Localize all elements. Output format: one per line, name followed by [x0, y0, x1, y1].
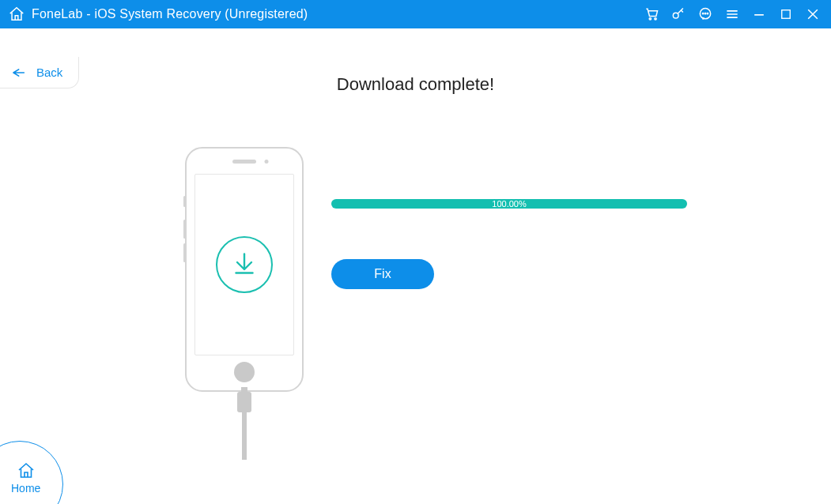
phone-illustration: [185, 147, 304, 439]
svg-point-1: [655, 18, 656, 20]
back-arrow-icon: [9, 66, 25, 79]
fix-button[interactable]: Fix: [331, 259, 434, 289]
progress-bar: 100.00%: [331, 199, 687, 209]
maximize-icon[interactable]: [777, 6, 795, 23]
phone-outline: [185, 147, 304, 392]
back-label: Back: [36, 66, 62, 79]
svg-point-6: [707, 13, 708, 14]
svg-rect-7: [782, 10, 791, 19]
app-title: FoneLab - iOS System Recovery (Unregiste…: [32, 7, 308, 21]
svg-point-0: [649, 18, 651, 20]
download-icon: [216, 236, 273, 293]
svg-point-5: [704, 13, 705, 14]
minimize-icon[interactable]: [750, 6, 768, 23]
main-area: Back Download complete! 100.00% Fix: [0, 28, 831, 504]
titlebar: FoneLab - iOS System Recovery (Unregiste…: [0, 0, 831, 28]
feedback-icon[interactable]: [697, 6, 714, 23]
cable-icon: [237, 392, 251, 439]
home-label: Home: [11, 482, 40, 495]
home-button[interactable]: Home: [0, 441, 63, 504]
svg-point-2: [673, 13, 678, 18]
progress-text: 100.00%: [492, 199, 526, 209]
key-icon[interactable]: [670, 6, 687, 23]
close-icon[interactable]: [804, 6, 822, 23]
menu-icon[interactable]: [723, 6, 741, 23]
page-heading: Download complete!: [0, 74, 831, 95]
home-corner-icon: [17, 461, 36, 480]
back-button[interactable]: Back: [0, 57, 79, 88]
phone-home-button: [234, 362, 255, 382]
svg-point-4: [702, 13, 703, 14]
home-icon[interactable]: [6, 4, 27, 24]
cart-icon[interactable]: [643, 6, 660, 23]
